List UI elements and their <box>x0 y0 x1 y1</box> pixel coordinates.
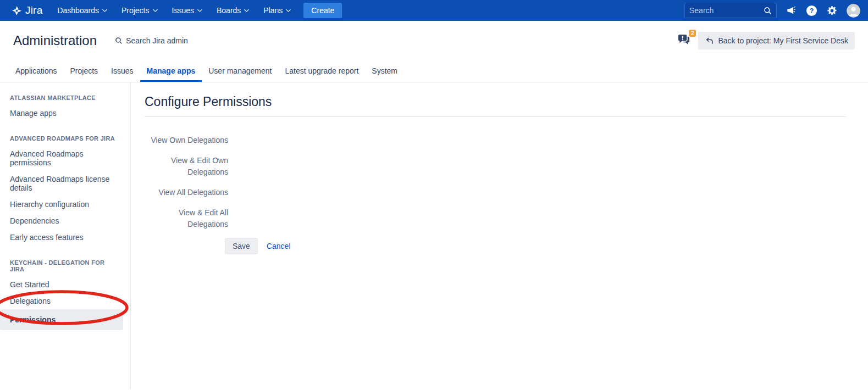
save-button[interactable]: Save <box>225 238 258 254</box>
sidebar-item-delegations[interactable]: Delegations <box>10 293 115 309</box>
section-title: Configure Permissions <box>145 94 847 117</box>
permission-group-label: View All Delegations <box>145 186 228 198</box>
nav-item-label: Dashboards <box>57 6 99 15</box>
navbar-search-box[interactable] <box>684 3 777 18</box>
sidebar-section: ATLASSIAN MARKETPLACEManage apps <box>10 94 120 121</box>
body: ATLASSIAN MARKETPLACEManage appsADVANCED… <box>0 82 868 389</box>
permission-group: View All Delegations <box>145 186 847 198</box>
nav-item-label: Issues <box>172 6 194 15</box>
feedback-icon[interactable]: 2 <box>677 34 691 48</box>
form-actions: Save Cancel <box>225 238 847 254</box>
admin-header: Administration Search Jira admin 2 <box>0 21 868 60</box>
sidebar-section: KEYCHAIN - DELEGATION FOR JIRAGet Starte… <box>10 259 120 330</box>
logo-text: Jira <box>25 4 42 16</box>
page-title: Administration <box>13 33 97 48</box>
permission-group-label: View & Edit All Delegations <box>145 206 228 230</box>
nav-item-dashboards[interactable]: Dashboards <box>50 0 114 21</box>
navbar-search-input[interactable] <box>689 6 764 15</box>
permission-group: View Own Delegations <box>145 133 847 146</box>
settings-gear-icon[interactable] <box>827 5 837 16</box>
nav-item-label: Projects <box>121 6 150 15</box>
permission-group: View & Edit All Delegations <box>145 206 847 230</box>
nav-item-boards[interactable]: Boards <box>209 0 256 21</box>
header-right: 2 Back to project: My First Service Desk <box>677 32 855 49</box>
main-content: Configure Permissions View Own Delegatio… <box>131 82 868 389</box>
sidebar-item-permissions[interactable]: Permissions <box>0 309 123 330</box>
chevron-down-icon <box>197 9 202 12</box>
tab-user-management[interactable]: User management <box>202 60 278 82</box>
tab-applications[interactable]: Applications <box>9 60 64 82</box>
help-icon[interactable]: ? <box>806 5 817 16</box>
user-avatar[interactable] <box>847 4 860 18</box>
nav-item-plans[interactable]: Plans <box>256 0 298 21</box>
permission-group-label: View & Edit Own Delegations <box>145 154 228 178</box>
sidebar-section-heading: ADVANCED ROADMAPS FOR JIRA <box>10 135 120 142</box>
tab-latest-upgrade-report[interactable]: Latest upgrade report <box>278 60 365 82</box>
back-button-label: Back to project: My First Service Desk <box>718 36 848 45</box>
admin-search-label: Search Jira admin <box>126 36 188 45</box>
chevron-down-icon <box>102 9 107 12</box>
nav-item-issues[interactable]: Issues <box>165 0 209 21</box>
nav-item-projects[interactable]: Projects <box>114 0 165 21</box>
page: Jira DashboardsProjectsIssuesBoardsPlans… <box>0 0 868 390</box>
back-to-project-button[interactable]: Back to project: My First Service Desk <box>698 32 855 49</box>
sidebar: ATLASSIAN MARKETPLACEManage appsADVANCED… <box>0 82 131 389</box>
sidebar-item-advanced-roadmaps-license-details[interactable]: Advanced Roadmaps license details <box>10 171 115 196</box>
nav-item-label: Plans <box>263 6 283 15</box>
tab-manage-apps[interactable]: Manage apps <box>140 60 202 82</box>
tab-system[interactable]: System <box>365 60 404 82</box>
nav-item-label: Boards <box>217 6 241 15</box>
chevron-down-icon <box>153 9 158 12</box>
back-arrow-icon <box>705 37 714 44</box>
cancel-link[interactable]: Cancel <box>262 238 295 254</box>
permission-group: View & Edit Own Delegations <box>145 154 847 178</box>
sidebar-section: ADVANCED ROADMAPS FOR JIRAAdvanced Roadm… <box>10 135 120 246</box>
create-button[interactable]: Create <box>303 3 342 18</box>
search-icon <box>764 7 772 15</box>
chevron-down-icon <box>244 9 249 12</box>
notification-badge: 2 <box>689 30 696 37</box>
sidebar-section-heading: KEYCHAIN - DELEGATION FOR JIRA <box>10 259 120 272</box>
sidebar-item-advanced-roadmaps-permissions[interactable]: Advanced Roadmaps permissions <box>10 146 115 171</box>
permissions-form: View Own DelegationsView & Edit Own Dele… <box>145 133 847 230</box>
navbar-right: ? <box>684 3 860 18</box>
permission-group-label: View Own Delegations <box>145 133 228 146</box>
jira-logo[interactable]: Jira <box>11 4 42 16</box>
tab-projects[interactable]: Projects <box>64 60 105 82</box>
sidebar-item-dependencies[interactable]: Dependencies <box>10 213 115 229</box>
admin-search-icon <box>115 37 123 44</box>
sidebar-section-heading: ATLASSIAN MARKETPLACE <box>10 94 120 101</box>
sidebar-item-get-started[interactable]: Get Started <box>10 276 115 293</box>
sidebar-item-manage-apps[interactable]: Manage apps <box>10 105 115 121</box>
top-navbar: Jira DashboardsProjectsIssuesBoardsPlans… <box>0 0 868 21</box>
navbar-menu: DashboardsProjectsIssuesBoardsPlans <box>50 0 298 21</box>
svg-text:?: ? <box>810 7 814 14</box>
sidebar-item-hierarchy-configuration[interactable]: Hierarchy configuration <box>10 196 115 213</box>
tab-issues[interactable]: Issues <box>104 60 140 82</box>
admin-search[interactable]: Search Jira admin <box>115 36 188 45</box>
chevron-down-icon <box>286 9 291 12</box>
sidebar-item-early-access-features[interactable]: Early access features <box>10 229 115 246</box>
admin-tab-bar: ApplicationsProjectsIssuesManage appsUse… <box>0 60 868 82</box>
jira-logo-icon <box>11 5 23 16</box>
announcements-icon[interactable] <box>786 5 797 15</box>
